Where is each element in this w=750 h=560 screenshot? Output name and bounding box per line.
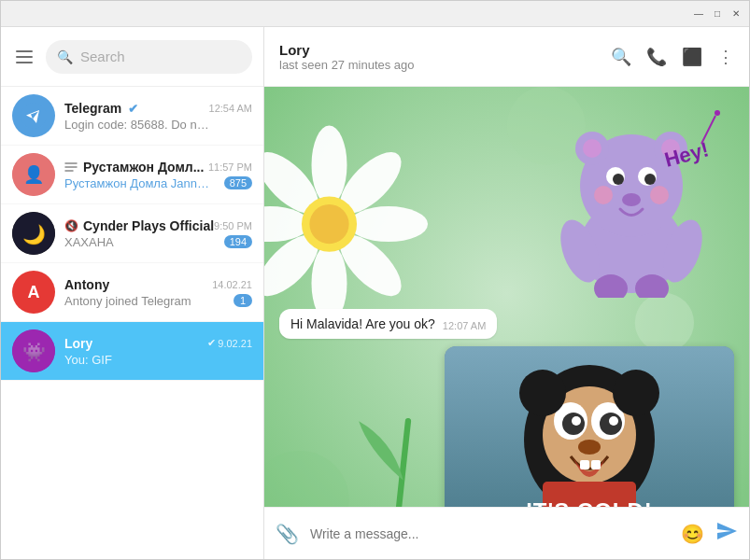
chat-bottom: Login code: 85688. Do not give thi... (64, 118, 252, 132)
emoji-icon[interactable]: 😊 (681, 523, 704, 545)
chat-name: Рустамжон Домл... (64, 160, 204, 175)
avatar: A (12, 271, 55, 314)
chat-info: Telegram ✔ 12:54 AM Login code: 85688. D… (64, 101, 252, 132)
svg-point-31 (644, 174, 656, 185)
avatar: 👾 (12, 329, 55, 372)
maximize-button[interactable]: □ (712, 8, 723, 20)
main-layout: 🔍 Search Telegram ✔ (1, 27, 749, 559)
message-bubble: Hi Malavida! Are you ok? 12:07 AM (279, 309, 497, 339)
chat-item-cynder[interactable]: 🌙 🔇 Cynder Plays Official 9:50 PM ХАХАНА (1, 204, 263, 263)
chat-preview: You: GIF (64, 353, 112, 367)
gif-image: IT'S COLD! 12:08 AM ✔✔ (445, 346, 734, 507)
svg-rect-53 (580, 460, 589, 469)
chat-name: Lory (64, 336, 92, 351)
svg-point-25 (583, 139, 601, 158)
svg-point-52 (578, 440, 601, 455)
svg-point-50 (572, 416, 581, 426)
message-input[interactable] (310, 517, 670, 551)
chat-preview: Antony joined Telegram (64, 294, 191, 308)
chat-name: Telegram ✔ (64, 101, 138, 116)
chat-header-name: Lory (279, 42, 600, 58)
svg-point-30 (613, 174, 624, 185)
chat-bottom: ХАХАНА 194 (64, 235, 252, 249)
chat-time: 14.02.21 (212, 279, 252, 290)
search-icon: 🔍 (57, 49, 73, 64)
chat-info: Рустамжон Домл... 11:57 PM Рустамжон Дом… (64, 160, 252, 190)
sidebar: 🔍 Search Telegram ✔ (1, 27, 264, 559)
chat-bottom: You: GIF (64, 353, 252, 367)
message-row-outgoing: GIF (279, 346, 734, 507)
chat-item-lory[interactable]: 👾 Lory ✔ 9.02.21 You: GIF (1, 322, 263, 381)
search-box[interactable]: 🔍 Search (46, 40, 252, 74)
call-icon[interactable]: 📞 (646, 47, 667, 67)
title-bar: — □ ✕ (1, 1, 749, 27)
svg-text:👤: 👤 (23, 164, 45, 185)
muted-icon: 🔇 (64, 219, 78, 232)
chat-preview: ХАХАНА (64, 235, 114, 249)
message-row-incoming: Hi Malavida! Are you ok? 12:07 AM (279, 309, 734, 339)
svg-line-40 (701, 116, 715, 144)
svg-text:👾: 👾 (22, 341, 46, 363)
chat-name: Cynder Plays Official (83, 218, 214, 233)
chat-preview: Рустамжон Домла Jannat ... (64, 176, 214, 190)
svg-point-56 (613, 370, 659, 416)
chat-time: 12:54 AM (209, 103, 252, 114)
send-button[interactable] (715, 520, 738, 548)
minimize-button[interactable]: — (693, 8, 704, 20)
chat-header-info: Lory last seen 27 minutes ago (279, 42, 600, 72)
chat-time: 11:57 PM (208, 161, 252, 173)
unread-badge: 1 (233, 294, 252, 307)
chat-top: Lory ✔ 9.02.21 (64, 336, 252, 351)
chat-top: Рустамжон Домл... 11:57 PM (64, 160, 252, 175)
more-icon[interactable]: ⋮ (717, 47, 734, 67)
chat-top: 🔇 Cynder Plays Official 9:50 PM (64, 218, 252, 233)
sidebar-header: 🔍 Search (1, 27, 263, 87)
chat-item-rustam[interactable]: 👤 Рустамжон Домл... 11:57 PM (1, 146, 263, 204)
menu-line (16, 56, 33, 58)
menu-button[interactable] (12, 47, 36, 67)
app-window: — □ ✕ 🔍 Search (0, 0, 750, 560)
attach-icon[interactable]: 📎 (276, 523, 299, 545)
chat-header-actions: 🔍 📞 ⬛ ⋮ (611, 47, 734, 67)
avatar: 🌙 (12, 212, 55, 255)
message-text: Hi Malavida! Are you ok? (290, 316, 435, 331)
chat-item-antony[interactable]: A Antony 14.02.21 Antony joined Telegram… (1, 263, 263, 322)
chat-info: 🔇 Cynder Plays Official 9:50 PM ХАХАНА 1… (64, 218, 252, 249)
avatar: 👤 (12, 153, 55, 196)
unread-badge: 875 (224, 176, 252, 189)
search-icon[interactable]: 🔍 (611, 47, 631, 67)
svg-point-32 (594, 186, 613, 204)
columns-icon[interactable]: ⬛ (682, 47, 702, 67)
input-area: 📎 😊 (264, 507, 749, 559)
chat-info: Lory ✔ 9.02.21 You: GIF (64, 336, 252, 367)
chat-header-status: last seen 27 minutes ago (279, 58, 600, 72)
message-time: 12:07 AM (443, 320, 486, 331)
chat-bottom: Antony joined Telegram 1 (64, 294, 252, 308)
gif-message: GIF (445, 346, 734, 507)
svg-text:IT'S COLD!: IT'S COLD! (526, 498, 653, 507)
close-button[interactable]: ✕ (730, 8, 742, 20)
chat-bottom: Рустамжон Домла Jannat ... 875 (64, 176, 252, 190)
chat-header: Lory last seen 27 minutes ago 🔍 📞 ⬛ ⋮ (264, 27, 749, 87)
chat-name: Antony (64, 277, 109, 292)
svg-rect-54 (591, 460, 601, 469)
svg-text:🌙: 🌙 (22, 223, 46, 245)
chat-preview: Login code: 85688. Do not give thi... (64, 118, 214, 132)
svg-point-34 (622, 193, 641, 206)
sticker-message: Hey! (279, 102, 734, 298)
messages-area[interactable]: Hey! Hi Malavida! Are you ok? 12:07 AM (264, 87, 749, 507)
chat-time: 9:50 PM (214, 220, 252, 231)
chat-item-telegram[interactable]: Telegram ✔ 12:54 AM Login code: 85688. D… (1, 87, 263, 146)
menu-line (16, 50, 33, 52)
svg-point-33 (650, 186, 669, 204)
avatar (12, 94, 55, 137)
unread-badge: 194 (224, 235, 252, 248)
svg-point-55 (519, 370, 566, 416)
chat-time: ✔ 9.02.21 (207, 337, 252, 349)
chat-top: Telegram ✔ 12:54 AM (64, 101, 252, 116)
sent-checkmark: ✔ (207, 337, 216, 349)
svg-point-41 (715, 110, 720, 116)
chat-list: Telegram ✔ 12:54 AM Login code: 85688. D… (1, 87, 263, 559)
svg-point-51 (609, 416, 618, 426)
search-placeholder: Search (80, 49, 125, 64)
